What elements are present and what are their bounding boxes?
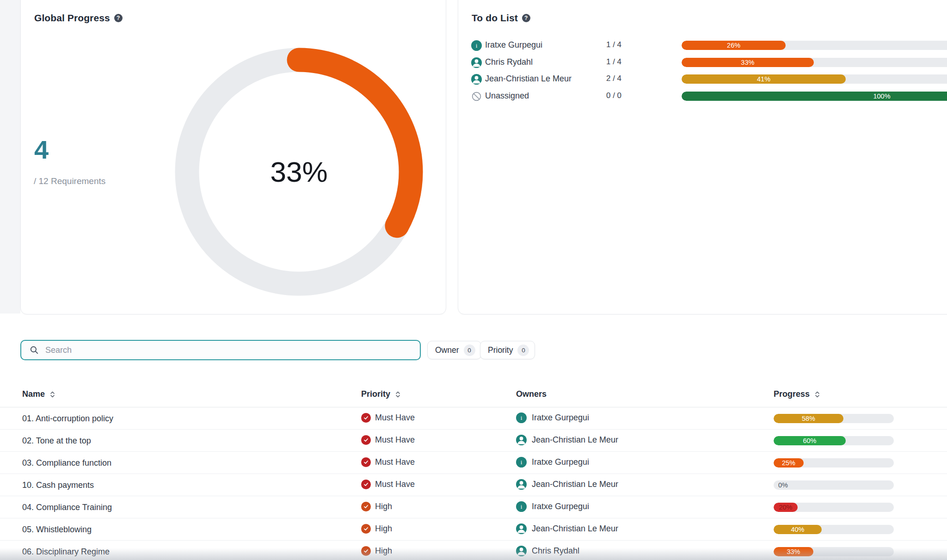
table-row[interactable]: 04. Compliance Training High i Iratxe Gu… bbox=[0, 496, 947, 518]
priority-cell: High bbox=[361, 502, 392, 511]
owner-name: Chris Rydahl bbox=[532, 546, 579, 556]
table-row[interactable]: 06. Disciplinary Regime High Chris Rydah… bbox=[0, 541, 947, 560]
global-progress-card: Global Progress ? 4 / 12 Requirements 33… bbox=[20, 0, 446, 314]
avatar: i bbox=[516, 457, 527, 468]
global-progress-title: Global Progress bbox=[34, 12, 110, 24]
letter-avatar: i bbox=[516, 457, 527, 468]
search-icon bbox=[30, 345, 39, 355]
table-row[interactable]: 05. Whistleblowing High Jean-Christian L… bbox=[0, 518, 947, 541]
requirement-name: 03. Compliance function bbox=[22, 458, 111, 468]
owner-cell: Jean-Christian Le Meur bbox=[516, 479, 618, 490]
owner-name: Jean-Christian Le Meur bbox=[532, 435, 618, 445]
letter-avatar: i bbox=[516, 412, 527, 423]
table-row[interactable]: 03. Compliance function Must Have i Irat… bbox=[0, 452, 947, 474]
todo-progress-label: 33% bbox=[741, 59, 754, 66]
table-row[interactable]: 10. Cash payments Must Have Jean-Christi… bbox=[0, 474, 947, 496]
priority-label: High bbox=[375, 546, 392, 556]
avatar bbox=[516, 546, 527, 556]
todo-progress-label: 41% bbox=[757, 75, 770, 83]
requirement-name: 04. Compliance Training bbox=[22, 503, 112, 512]
todo-progress-label: 100% bbox=[873, 92, 890, 100]
todo-progress-fill: 41% bbox=[682, 74, 846, 84]
priority-check-icon bbox=[361, 480, 371, 489]
todo-list-item: Chris Rydahl 1 / 4 33% bbox=[458, 54, 947, 71]
column-header-priority[interactable]: Priority bbox=[361, 389, 401, 399]
row-progress-fill: 58% bbox=[774, 414, 843, 423]
todo-progress-track: 100% bbox=[682, 92, 947, 101]
priority-label: Must Have bbox=[375, 413, 415, 423]
priority-label: High bbox=[375, 524, 392, 534]
column-header-label: Name bbox=[22, 389, 45, 399]
todo-progress-fill: 26% bbox=[682, 41, 786, 50]
priority-label: Must Have bbox=[375, 457, 415, 467]
priority-cell: Must Have bbox=[361, 457, 415, 467]
person-avatar-icon bbox=[516, 479, 527, 490]
todo-list-item: i Iratxe Gurpegui 1 / 4 26% bbox=[458, 37, 947, 54]
todo-list-title: To do List bbox=[472, 12, 518, 24]
todo-list-item: Unassigned 0 / 0 100% bbox=[458, 88, 947, 105]
priority-filter-button[interactable]: Priority 0 bbox=[480, 341, 535, 359]
owner-name: Jean-Christian Le Meur bbox=[532, 524, 618, 534]
todo-list-card: To do List ? i Iratxe Gurpegui 1 / 4 26% bbox=[458, 0, 947, 314]
owner-cell: i Iratxe Gurpegui bbox=[516, 457, 589, 468]
column-header-label: Priority bbox=[361, 389, 390, 399]
priority-check-icon bbox=[361, 546, 371, 556]
todo-owner-name: Iratxe Gurpegui bbox=[485, 40, 542, 50]
requirement-name: 01. Anti-corruption policy bbox=[22, 414, 113, 424]
todo-progress-label: 26% bbox=[727, 42, 740, 49]
avatar bbox=[471, 57, 482, 68]
row-progress-fill: 40% bbox=[774, 525, 822, 534]
row-progress-track: 40% bbox=[774, 525, 894, 534]
search-input[interactable] bbox=[44, 345, 398, 356]
completed-count: 4 bbox=[34, 135, 49, 165]
row-progress-label: 58% bbox=[802, 415, 815, 422]
todo-list-item: Jean-Christian Le Meur 2 / 4 41% bbox=[458, 71, 947, 87]
avatar: i bbox=[471, 40, 482, 51]
table-row[interactable]: 02. Tone at the top Must Have Jean-Chris… bbox=[0, 430, 947, 452]
row-progress-track: 60% bbox=[774, 436, 894, 445]
owner-name: Iratxe Gurpegui bbox=[532, 457, 589, 467]
help-icon[interactable]: ? bbox=[522, 14, 530, 22]
person-avatar-icon bbox=[516, 546, 527, 556]
owner-cell: i Iratxe Gurpegui bbox=[516, 412, 589, 423]
help-icon[interactable]: ? bbox=[114, 14, 123, 22]
owner-filter-button[interactable]: Owner 0 bbox=[427, 341, 481, 359]
unassigned-icon bbox=[471, 91, 482, 102]
row-progress-fill: 25% bbox=[774, 458, 804, 468]
total-requirements-label: / 12 Requirements bbox=[34, 176, 105, 186]
owner-cell: Chris Rydahl bbox=[516, 546, 579, 556]
owner-name: Iratxe Gurpegui bbox=[532, 502, 589, 511]
sort-icon bbox=[814, 391, 820, 398]
avatar bbox=[471, 91, 482, 102]
person-avatar-icon bbox=[471, 74, 482, 85]
column-header-progress[interactable]: Progress bbox=[774, 389, 820, 399]
search-box[interactable] bbox=[20, 340, 421, 360]
table-header-row: Name Priority Owners Progress bbox=[0, 388, 947, 407]
avatar: i bbox=[516, 501, 527, 512]
todo-count: 0 / 0 bbox=[606, 91, 621, 100]
table-row[interactable]: 01. Anti-corruption policy Must Have i I… bbox=[0, 407, 947, 430]
priority-cell: High bbox=[361, 546, 392, 556]
priority-check-icon bbox=[361, 457, 371, 467]
column-header-name[interactable]: Name bbox=[22, 389, 55, 399]
row-progress-track: 58% bbox=[774, 414, 894, 423]
row-progress-label-outside: 0% bbox=[778, 480, 788, 490]
todo-owner-name: Chris Rydahl bbox=[485, 57, 533, 67]
dashboard-page: Global Progress ? 4 / 12 Requirements 33… bbox=[0, 0, 947, 560]
row-progress-fill: 20% bbox=[774, 503, 798, 512]
priority-cell: Must Have bbox=[361, 480, 415, 489]
todo-progress-track: 26% bbox=[682, 41, 947, 50]
requirement-name: 02. Tone at the top bbox=[22, 436, 91, 446]
requirement-name: 05. Whistleblowing bbox=[22, 525, 92, 535]
row-progress-label: 25% bbox=[782, 459, 795, 467]
owner-name: Iratxe Gurpegui bbox=[532, 413, 589, 423]
filters-row: Owner 0 Priority 0 bbox=[0, 340, 947, 360]
todo-owner-name: Unassigned bbox=[485, 91, 529, 101]
requirement-name: 10. Cash payments bbox=[22, 480, 94, 490]
todo-count: 1 / 4 bbox=[606, 57, 621, 67]
priority-label: High bbox=[375, 502, 392, 511]
table-body: 01. Anti-corruption policy Must Have i I… bbox=[0, 407, 947, 560]
row-progress-label: 20% bbox=[779, 504, 792, 511]
avatar bbox=[471, 74, 482, 85]
row-progress-track: 25% bbox=[774, 458, 894, 468]
